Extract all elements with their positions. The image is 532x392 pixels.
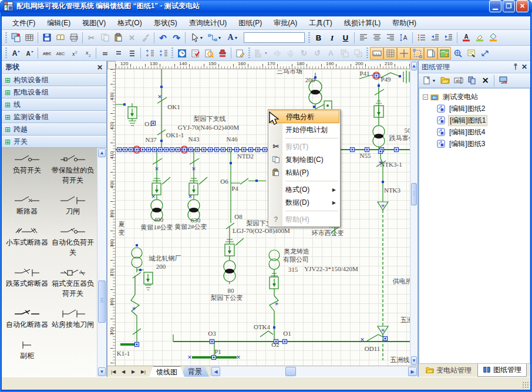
shapes-scroll-up-icon[interactable]: ▲ <box>98 148 106 157</box>
strikethrough-button[interactable]: ABC <box>40 47 53 60</box>
subscript-button[interactable]: x2 <box>80 47 94 60</box>
menu-item-4[interactable]: 形状(S) <box>148 16 183 30</box>
delete-drawing-button[interactable]: ✕ <box>479 74 492 87</box>
shape-group-4[interactable]: ⊞跨越 <box>2 123 106 136</box>
stamp-button[interactable] <box>216 47 229 60</box>
shapes-scroll-down-icon[interactable]: ▼ <box>98 367 106 376</box>
toolbar-grip[interactable] <box>308 32 310 43</box>
dropdown-arrow-icon[interactable]: ▼ <box>432 79 436 83</box>
canvas-vertical-scrollbar[interactable]: ▲ ▼ <box>410 61 417 366</box>
double-strikethrough-button[interactable]: ABC <box>53 47 67 60</box>
dropdown-arrow-icon[interactable]: ▼ <box>234 36 238 40</box>
shapes-scrollbar[interactable]: ▲ ▼ <box>97 148 106 377</box>
toggle-page-button[interactable] <box>424 47 437 60</box>
rename-drawing-button[interactable]: ab <box>452 74 465 87</box>
table-button[interactable] <box>22 31 36 44</box>
shape-item-5[interactable]: 自动化负荷开关 <box>50 226 96 258</box>
toggle-guides-button[interactable] <box>397 47 410 60</box>
menu-item-10[interactable]: 帮助(H) <box>386 16 422 30</box>
context-menu-item-format[interactable]: 格式(O)▶ <box>269 183 339 196</box>
menu-item-3[interactable]: 格式(O) <box>112 16 147 30</box>
context-menu-item-copy-drawing[interactable]: 复制绘图(C) <box>269 153 339 166</box>
shapes-scroll-thumb[interactable] <box>98 281 106 323</box>
canvas-scroll-left-icon[interactable]: ◀ <box>211 367 220 376</box>
decrease-paragraph-spacing-button[interactable] <box>156 47 170 60</box>
shape-item-4[interactable]: 小车式断路器 <box>4 226 50 258</box>
tree-node-drawing-3[interactable]: [编辑]图纸3 <box>419 138 530 150</box>
new-drawing-button[interactable]: ▼ <box>420 74 438 87</box>
shape-item-6[interactable]: 跌落式熔断器 <box>4 267 50 299</box>
copy-drawing-button[interactable] <box>465 74 479 87</box>
canvas-scroll-right-icon[interactable]: ▶ <box>408 367 417 376</box>
dropdown-arrow-icon[interactable]: ▼ <box>200 36 204 40</box>
connection-points-button[interactable] <box>478 47 491 60</box>
edit-document-button[interactable] <box>233 47 247 60</box>
dropdown-arrow-icon[interactable]: ▼ <box>264 51 268 55</box>
canvas-hscroll-thumb[interactable] <box>285 367 296 376</box>
menu-item-1[interactable]: 编辑(E) <box>41 16 76 30</box>
fill-color-button[interactable] <box>486 31 500 44</box>
toggle-map-button[interactable] <box>437 47 451 60</box>
text-tool-button[interactable]: A▼ <box>224 31 242 44</box>
canvas-scroll-down-icon[interactable]: ▼ <box>411 356 417 365</box>
tree-node-substation[interactable]: −测试变电站 <box>419 91 530 103</box>
canvas-horizontal-scrollbar[interactable]: ◀ ▶ <box>210 366 417 377</box>
first-page-button[interactable]: |◀ <box>109 367 118 376</box>
close-button[interactable]: ✕ <box>516 0 528 12</box>
shape-item-2[interactable]: 断路器 <box>4 195 50 217</box>
context-menu-item-paste[interactable]: 粘贴(P) <box>269 166 339 179</box>
open-drawing-button[interactable] <box>438 74 452 87</box>
paste-button[interactable] <box>112 31 125 44</box>
indent-button[interactable] <box>442 31 455 44</box>
toolbar-grip[interactable] <box>248 48 250 59</box>
shape-item-9[interactable]: 站房接地刀闸 <box>50 308 96 330</box>
shape-group-1[interactable]: ⊞配电设备组 <box>2 86 106 99</box>
export-drawing-button[interactable] <box>496 74 510 87</box>
redo-button[interactable]: ↷ <box>170 31 183 44</box>
tree-node-drawing-1[interactable]: [编辑]图纸1 <box>419 114 530 126</box>
dropdown-arrow-icon[interactable]: ▼ <box>218 36 222 40</box>
bullets-button[interactable] <box>415 31 428 44</box>
page-tab-1[interactable]: 背景 <box>181 366 209 377</box>
minimize-button[interactable]: ▁ <box>489 0 501 12</box>
font-combo[interactable] <box>244 32 305 43</box>
search-document-button[interactable] <box>202 47 216 60</box>
context-menu-item-data[interactable]: 数据(D)▶ <box>269 196 339 209</box>
new-diagram-button[interactable] <box>9 31 22 44</box>
page-tab-0[interactable]: 馈线图 <box>149 366 184 377</box>
shape-group-2[interactable]: ⊞线 <box>2 99 106 111</box>
menu-item-6[interactable]: 图纸(P) <box>233 16 268 30</box>
menu-item-8[interactable]: 工具(T) <box>303 16 338 30</box>
approval-form-button[interactable] <box>188 47 202 60</box>
toggle-selection-button[interactable] <box>410 47 424 60</box>
menu-item-5[interactable]: 查询统计(U) <box>183 16 233 30</box>
save-button[interactable] <box>40 31 53 44</box>
vertical-text-button[interactable]: A <box>397 31 410 44</box>
next-page-button[interactable]: ▶ <box>129 367 138 376</box>
toolbar-grip[interactable] <box>366 48 368 59</box>
underline-button[interactable]: U <box>339 31 352 44</box>
menu-item-2[interactable]: 视图(V) <box>76 16 112 30</box>
print-preview-button[interactable] <box>53 31 67 44</box>
drawings-panel-close-icon[interactable]: ✕ <box>521 63 527 71</box>
tree-node-drawing-0[interactable]: [编辑]图纸2 <box>419 103 530 114</box>
line-spacing-single-button[interactable] <box>98 47 112 60</box>
shape-item-1[interactable]: 带保险丝的负荷开关 <box>50 154 96 185</box>
increase-paragraph-spacing-button[interactable] <box>143 47 156 60</box>
menu-item-9[interactable]: 线损计算(L) <box>338 16 387 30</box>
menu-item-0[interactable]: 文件(F) <box>6 16 41 30</box>
menu-item-7[interactable]: 审批(A) <box>268 16 303 30</box>
tree-node-drawing-2[interactable]: [编辑]图纸4 <box>419 126 530 138</box>
diagram-canvas[interactable]: ✕✕✕✕✕✕✕✕✳✳✳✳✳✳ 三鸟市场200P41P49OK1O1OK1-1N3… <box>116 69 410 366</box>
properties-button[interactable] <box>464 47 478 60</box>
shape-item-7[interactable]: 箱式变压器负荷开关 <box>50 267 96 299</box>
italic-button[interactable]: I <box>325 31 339 44</box>
align-right-button[interactable] <box>383 31 397 44</box>
realtime-monitor-button[interactable] <box>175 47 188 60</box>
line-spacing-15-button[interactable] <box>112 47 125 60</box>
pin-icon[interactable] <box>512 63 519 70</box>
toggle-ruler-button[interactable] <box>370 47 383 60</box>
shapes-panel-close-icon[interactable]: ✕ <box>97 63 103 72</box>
toolbar-grip[interactable] <box>171 48 173 59</box>
panel-tab-1[interactable]: 图纸管理 <box>477 364 527 377</box>
